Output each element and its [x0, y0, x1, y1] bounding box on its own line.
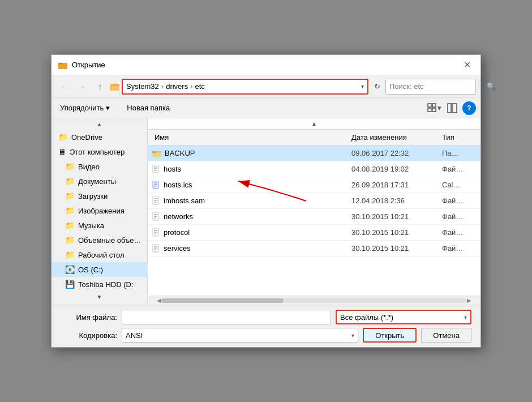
hscroll-thumb[interactable] [161, 298, 284, 303]
svg-rect-12 [152, 152, 161, 157]
file-row-hosts[interactable]: hosts 04.08.2019 19:02 Фай… [148, 161, 480, 177]
file-ics-icon [152, 181, 160, 190]
cancel-button[interactable]: Отмена [421, 328, 471, 343]
new-folder-label: Новая папка [127, 104, 170, 112]
sidebar-scroll-down[interactable]: ▼ [52, 292, 147, 302]
address-dropdown-arrow[interactable]: ▾ [361, 83, 364, 89]
hscroll-left[interactable]: ◀ [157, 297, 161, 303]
file-services-date: 30.10.2015 10:21 [351, 244, 442, 253]
hscroll-right[interactable]: ▶ [467, 297, 471, 303]
search-input[interactable] [389, 82, 484, 91]
address-bar[interactable]: System32 › drivers › etc ▾ [122, 79, 368, 95]
sidebar-item-onedrive-label: OneDrive [71, 133, 102, 142]
hscroll[interactable]: ◀ ▶ [148, 296, 480, 305]
file-ics-date: 26.09.2018 17:31 [351, 181, 442, 189]
open-dialog: Открытие ✕ ← → ↑ System32 › drivers › et… [51, 54, 481, 348]
view-toggle-button[interactable]: ▾ [426, 101, 442, 115]
titlebar: Открытие ✕ [52, 55, 480, 75]
sidebar-item-this-pc[interactable]: 🖥 Этот компьютер [52, 144, 147, 159]
bottom-area: Имя файла: Все файлы (*.*) ▾ Кодировка: … [52, 305, 480, 347]
folder-nav-icon [110, 82, 119, 91]
file-lmhosts-icon [152, 196, 160, 206]
organize-label: Упорядочить [60, 104, 104, 112]
file-rows: BACKUP 09.06.2017 22:32 Па… hosts [148, 146, 480, 296]
sidebar-scroll-up[interactable]: ▲ [52, 118, 147, 130]
breadcrumb-part3: etc [195, 82, 205, 91]
pane-toggle-button[interactable] [444, 101, 460, 115]
open-button[interactable]: Открыть [363, 328, 417, 343]
encoding-dropdown[interactable]: ANSI ▾ [122, 328, 358, 343]
file-row-lmhosts[interactable]: lmhosts.sam 12.04.2018 2:36 Фай… [148, 193, 480, 209]
sidebar-item-desktop-label: Рабочий стол [78, 251, 125, 259]
sidebar-item-3dobjects[interactable]: 📁 Объемные объе… [52, 233, 147, 247]
organize-button[interactable]: Упорядочить ▾ [56, 101, 114, 115]
file-protocol-icon [152, 228, 160, 237]
svg-rect-7 [428, 108, 431, 112]
drive-d-icon: 💾 [65, 280, 75, 289]
breadcrumb: System32 › drivers › etc [126, 82, 359, 91]
filename-row: Имя файла: Все файлы (*.*) ▾ [61, 310, 471, 324]
new-folder-button[interactable]: Новая папка [123, 101, 174, 115]
filetype-dropdown[interactable]: Все файлы (*.*) ▾ [336, 310, 471, 324]
svg-rect-10 [452, 104, 457, 113]
search-bar[interactable]: 🔍 [385, 79, 476, 95]
toolbar-right: ▾ ? [426, 101, 476, 115]
search-icon: 🔍 [487, 82, 496, 91]
close-button[interactable]: ✕ [460, 58, 474, 72]
svg-rect-4 [110, 85, 119, 91]
sidebar-item-drive-d[interactable]: 💾 Toshiba HDD (D: [52, 277, 147, 292]
sidebar-item-downloads[interactable]: 📁 Загрузки [52, 189, 147, 203]
encoding-label: Кодировка: [61, 331, 117, 340]
col-date-header[interactable]: Дата изменения [351, 133, 442, 142]
file-row-hosts-ics[interactable]: hosts.ics 26.09.2018 17:31 Cal… [148, 177, 480, 193]
file-row-networks[interactable]: networks 30.10.2015 10:21 Фай… [148, 209, 480, 225]
file-row-backup[interactable]: BACKUP 09.06.2017 22:32 Па… [148, 146, 480, 161]
sidebar-item-desktop[interactable]: 📁 Рабочий стол [52, 247, 147, 262]
back-button[interactable]: ← [56, 79, 72, 95]
pane-icon [447, 103, 457, 113]
file-hosts-type: Фай… [442, 165, 476, 173]
filename-input[interactable] [122, 310, 331, 324]
file-area: ▲ Имя Дата изменения Тип BACK [148, 118, 480, 305]
documents-icon: 📁 [65, 177, 75, 186]
sidebar-item-drive-c[interactable]: 💽 OS (C:) [52, 262, 147, 277]
sidebar-item-music[interactable]: 📁 Музыка [52, 218, 147, 233]
help-button[interactable]: ? [462, 101, 476, 115]
sidebar-item-onedrive[interactable]: 📁 OneDrive [52, 130, 147, 144]
file-row-protocol[interactable]: protocol 30.10.2015 10:21 Фай… [148, 225, 480, 241]
file-row-services[interactable]: services 30.10.2015 10:21 Фай… [148, 241, 480, 256]
sidebar-item-drive-d-label: Toshiba HDD (D: [78, 280, 134, 289]
file-backup-date: 09.06.2017 22:32 [351, 149, 442, 157]
breadcrumb-sep1: › [161, 82, 164, 91]
music-icon: 📁 [65, 221, 75, 230]
desktop-icon: 📁 [65, 250, 75, 259]
sidebar-item-3dobjects-label: Объемные объе… [78, 236, 141, 245]
downloads-icon: 📁 [65, 191, 75, 200]
up-button[interactable]: ↑ [92, 79, 108, 95]
refresh-button[interactable]: ↻ [371, 80, 383, 93]
file-services-icon [152, 244, 160, 253]
filelist-scroll-up[interactable]: ▲ [148, 118, 480, 130]
sidebar-item-this-pc-label: Этот компьютер [70, 148, 125, 156]
file-row-lmhosts-name: lmhosts.sam [152, 196, 351, 206]
onedrive-icon: 📁 [58, 132, 68, 142]
filetype-dropdown-arrow: ▾ [464, 314, 467, 320]
filetype-dropdown-label: Все файлы (*.*) [340, 313, 393, 322]
file-services-type: Фай… [442, 244, 476, 253]
sidebar-item-video[interactable]: 📁 Видео [52, 159, 147, 174]
forward-button[interactable]: → [74, 79, 90, 95]
file-networks-label: networks [164, 212, 193, 221]
file-ics-label: hosts.ics [164, 181, 192, 189]
file-hosts-date: 04.08.2019 19:02 [351, 165, 442, 173]
filename-label: Имя файла: [61, 313, 117, 322]
file-row-networks-name: networks [152, 212, 351, 221]
sidebar-item-pictures[interactable]: 📁 Изображения [52, 203, 147, 218]
sidebar-item-drive-c-label: OS (C:) [78, 266, 103, 274]
hscroll-track[interactable] [161, 298, 467, 303]
sidebar-item-video-label: Видео [78, 162, 100, 171]
sidebar-item-documents[interactable]: 📁 Документы [52, 174, 147, 189]
col-type-header[interactable]: Тип [442, 133, 476, 142]
col-name-header[interactable]: Имя [152, 133, 351, 142]
file-networks-date: 30.10.2015 10:21 [351, 212, 442, 221]
sidebar-item-documents-label: Документы [78, 177, 116, 186]
